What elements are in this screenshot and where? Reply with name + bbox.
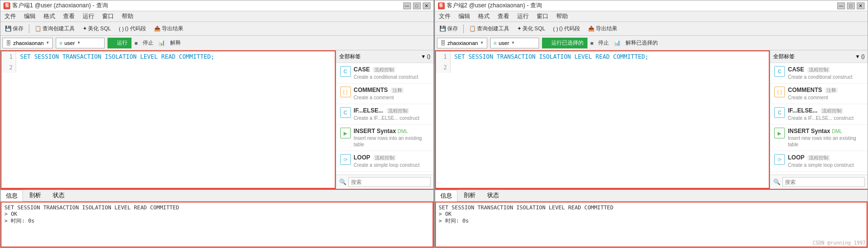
left-code-content-2[interactable]: [16, 62, 335, 73]
left-menu-help[interactable]: 帮助: [120, 12, 135, 21]
left-menu-run[interactable]: 运行: [81, 12, 96, 21]
right-db-selector[interactable]: 🗄 zhaoxiaonan ▼: [437, 38, 487, 48]
right-snippet-comments[interactable]: { } COMMENTS 注释 Create a comment: [770, 84, 868, 104]
left-db-name: zhaoxiaonan: [13, 40, 43, 46]
left-menu-edit[interactable]: 编辑: [22, 12, 38, 21]
right-close-btn[interactable]: ✕: [857, 2, 865, 9]
left-code-segment-btn[interactable]: ( ) () 代码段: [116, 24, 149, 33]
right-line-num-2: 2: [436, 62, 451, 73]
right-save-btn[interactable]: 💾 保存: [437, 24, 460, 33]
right-tab-status[interactable]: 状态: [482, 189, 504, 201]
right-run-selected-btn[interactable]: 运行已选择的: [542, 38, 587, 48]
left-snippet-case[interactable]: C CASE 流程控制 Create a conditional constru…: [336, 63, 434, 84]
right-beautify-btn[interactable]: ✦ 美化 SQL: [515, 24, 548, 33]
left-insert-icon: ▶: [340, 128, 351, 138]
right-case-icon: C: [774, 66, 785, 77]
right-explain-btn[interactable]: 解释已选择的: [624, 38, 660, 47]
right-bottom-content: SET SESSION TRANSACTION ISOLATION LEVEL …: [435, 202, 868, 248]
left-tab-status[interactable]: 状态: [47, 189, 70, 201]
left-query-tool-btn[interactable]: 📋 查询创建工具: [32, 24, 77, 33]
right-maximize-btn[interactable]: □: [847, 2, 855, 9]
left-explain-btn[interactable]: 解释: [168, 38, 183, 47]
right-query-tool-btn[interactable]: 📋 查询创建工具: [467, 24, 512, 33]
right-snippet-header-label: 全部标签: [773, 53, 795, 60]
left-snippet-ifelse[interactable]: C IF...ELSE... 流程控制 Create a IF...ELSE..…: [336, 104, 434, 125]
right-db-icon: 🗄: [440, 40, 446, 46]
left-bottom-panel: 信息 剖析 状态 SET SESSION TRANSACTION ISOLATI…: [0, 189, 434, 248]
right-menu-view[interactable]: 查看: [496, 12, 511, 21]
left-export-btn[interactable]: 📤 导出结果: [152, 24, 186, 33]
left-ifelse-desc: Create a IF...ELSE... construct: [354, 115, 430, 121]
right-stop-btn[interactable]: 停止: [596, 38, 611, 47]
right-bottom-panel: 信息 剖析 状态 SET SESSION TRANSACTION ISOLATI…: [435, 189, 868, 248]
left-toolbar-sep1: [29, 24, 29, 33]
right-title-bar: 客 客户端2 @user (zhaoxiaonan) - 查询 — □ ✕: [435, 0, 868, 11]
left-bottom-content: SET SESSION TRANSACTION ISOLATION LEVEL …: [0, 202, 434, 248]
left-search-icon: 🔍: [339, 179, 347, 185]
right-snippet-ifelse[interactable]: C IF...ELSE... 流程控制 Create a IF...ELSE..…: [770, 104, 868, 125]
left-minimize-btn[interactable]: —: [403, 2, 411, 9]
right-insert-icon: ▶: [774, 128, 785, 138]
right-table-selector[interactable]: ≡ user ▼: [490, 38, 539, 48]
left-tab-profile[interactable]: 剖析: [24, 189, 46, 201]
left-beautify-btn[interactable]: ✦ 美化 SQL: [80, 24, 113, 33]
right-menu-edit[interactable]: 编辑: [456, 12, 472, 21]
left-snippet-comments[interactable]: { } COMMENTS 注释 Create a comment: [336, 84, 434, 104]
right-snippet-case[interactable]: C CASE 流程控制 Create a conditional constru…: [770, 63, 868, 84]
left-menu-file[interactable]: 文件: [2, 12, 18, 21]
right-toolbar-sep1: [463, 24, 464, 33]
left-case-icon: C: [340, 66, 351, 77]
left-stop-btn[interactable]: 停止: [141, 38, 155, 47]
right-tab-info[interactable]: 信息: [435, 190, 457, 202]
left-run-triangle-icon: [111, 41, 115, 45]
left-snippet-insert[interactable]: ▶ INSERT Syntax DML Insert new rows into…: [336, 125, 434, 151]
right-menu-run[interactable]: 运行: [515, 12, 531, 21]
left-table-selector[interactable]: ≡ user ▼: [56, 38, 105, 48]
right-code-icon: ( ): [553, 26, 558, 32]
left-title-controls: — □ ✕: [403, 2, 431, 9]
right-tab-profile[interactable]: 剖析: [458, 189, 481, 201]
left-save-btn[interactable]: 💾 保存: [2, 24, 26, 33]
right-export-btn[interactable]: 📤 导出结果: [586, 24, 620, 33]
left-snippet-header-controls: ▼ (): [421, 54, 430, 59]
left-search-input[interactable]: [348, 177, 431, 187]
right-title-text: 客 客户端2 @user (zhaoxiaonan) - 查询: [438, 1, 542, 10]
right-menu-format[interactable]: 格式: [476, 12, 492, 21]
left-snippet-header: 全部标签 ▼ (): [336, 50, 434, 63]
left-comments-title: COMMENTS 注释: [354, 87, 430, 94]
right-code-content-2[interactable]: [451, 62, 769, 73]
left-table-arrow-icon: ▼: [77, 41, 81, 45]
left-close-btn[interactable]: ✕: [423, 2, 431, 9]
left-insert-dml-tag: DML: [398, 129, 408, 134]
right-loop-title: LOOP 流程控制: [788, 154, 864, 161]
left-menu-view[interactable]: 查看: [61, 12, 77, 21]
left-loop-title: LOOP 流程控制: [354, 154, 430, 161]
right-menu-file[interactable]: 文件: [437, 12, 453, 21]
left-db-selector[interactable]: 🗄 zhaoxiaonan ▼: [2, 38, 53, 48]
left-tab-info[interactable]: 信息: [0, 190, 23, 202]
left-snippet-search: 🔍: [336, 175, 434, 189]
left-maximize-btn[interactable]: □: [413, 2, 421, 9]
right-export-icon: 📤: [588, 25, 595, 32]
right-search-input[interactable]: [782, 177, 865, 187]
left-save-icon: 💾: [5, 25, 12, 32]
left-code-content-1[interactable]: SET SESSION TRANSACTION ISOLATION LEVEL …: [16, 51, 335, 62]
right-snippet-insert[interactable]: ▶ INSERT Syntax DML Insert new rows into…: [770, 125, 868, 151]
right-code-segment-btn[interactable]: ( ) () 代码段: [551, 24, 583, 33]
right-menu-window[interactable]: 窗口: [535, 12, 550, 21]
right-window: 客 客户端2 @user (zhaoxiaonan) - 查询 — □ ✕ 文件…: [434, 0, 868, 248]
left-menu-format[interactable]: 格式: [42, 12, 57, 21]
right-minimize-btn[interactable]: —: [837, 2, 845, 9]
right-search-icon: 🔍: [773, 179, 781, 185]
left-snippet-list: C CASE 流程控制 Create a conditional constru…: [336, 63, 434, 175]
right-code-line-2: 2: [436, 62, 769, 73]
right-menu-help[interactable]: 帮助: [554, 12, 570, 21]
right-code-content-1[interactable]: SET SESSION TRANSACTION ISOLATION LEVEL …: [451, 51, 769, 62]
right-snippet-search: 🔍: [770, 175, 868, 189]
left-snippet-header-label: 全部标签: [339, 53, 361, 60]
left-run-btn[interactable]: 运行: [108, 38, 131, 48]
left-menu-window[interactable]: 窗口: [100, 12, 116, 21]
right-main-content: 1 SET SESSION TRANSACTION ISOLATION LEVE…: [435, 50, 868, 248]
left-snippet-loop[interactable]: ⟳ LOOP 流程控制 Create a simple loop constru…: [336, 151, 434, 172]
right-snippet-loop[interactable]: ⟳ LOOP 流程控制 Create a simple loop constru…: [770, 151, 868, 172]
